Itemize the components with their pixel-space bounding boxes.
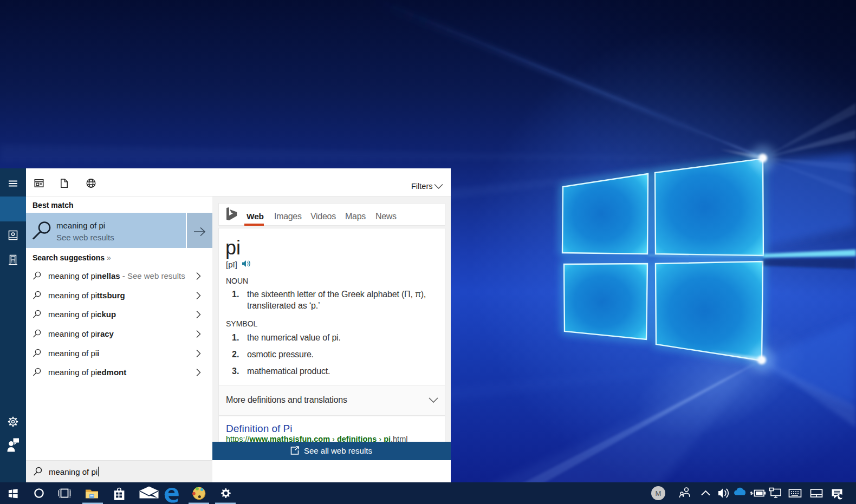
- svg-text:M: M: [656, 489, 662, 498]
